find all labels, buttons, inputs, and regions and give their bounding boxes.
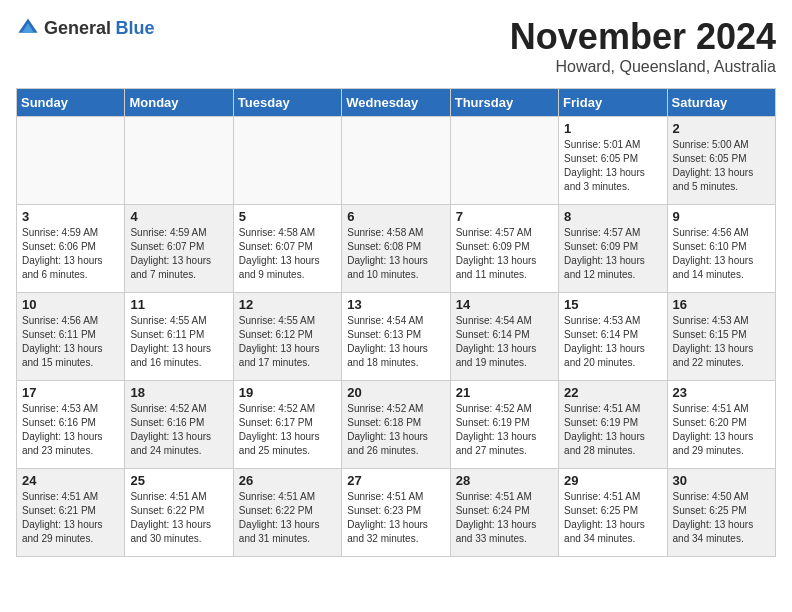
day-number: 6 — [347, 209, 444, 224]
calendar-week-row: 17Sunrise: 4:53 AM Sunset: 6:16 PM Dayli… — [17, 381, 776, 469]
month-title: November 2024 — [510, 16, 776, 58]
calendar-cell: 18Sunrise: 4:52 AM Sunset: 6:16 PM Dayli… — [125, 381, 233, 469]
calendar-cell: 1Sunrise: 5:01 AM Sunset: 6:05 PM Daylig… — [559, 117, 667, 205]
calendar-cell: 21Sunrise: 4:52 AM Sunset: 6:19 PM Dayli… — [450, 381, 558, 469]
calendar-cell — [233, 117, 341, 205]
day-info: Sunrise: 5:00 AM Sunset: 6:05 PM Dayligh… — [673, 138, 770, 194]
day-info: Sunrise: 4:53 AM Sunset: 6:14 PM Dayligh… — [564, 314, 661, 370]
calendar-cell: 28Sunrise: 4:51 AM Sunset: 6:24 PM Dayli… — [450, 469, 558, 557]
logo: General Blue — [16, 16, 155, 40]
calendar-cell: 16Sunrise: 4:53 AM Sunset: 6:15 PM Dayli… — [667, 293, 775, 381]
calendar-cell: 30Sunrise: 4:50 AM Sunset: 6:25 PM Dayli… — [667, 469, 775, 557]
day-info: Sunrise: 4:54 AM Sunset: 6:13 PM Dayligh… — [347, 314, 444, 370]
calendar-cell: 27Sunrise: 4:51 AM Sunset: 6:23 PM Dayli… — [342, 469, 450, 557]
calendar-cell: 22Sunrise: 4:51 AM Sunset: 6:19 PM Dayli… — [559, 381, 667, 469]
day-info: Sunrise: 4:59 AM Sunset: 6:07 PM Dayligh… — [130, 226, 227, 282]
calendar-cell: 24Sunrise: 4:51 AM Sunset: 6:21 PM Dayli… — [17, 469, 125, 557]
logo-general: General — [44, 18, 111, 38]
day-info: Sunrise: 5:01 AM Sunset: 6:05 PM Dayligh… — [564, 138, 661, 194]
day-info: Sunrise: 4:52 AM Sunset: 6:16 PM Dayligh… — [130, 402, 227, 458]
calendar-header-friday: Friday — [559, 89, 667, 117]
day-number: 17 — [22, 385, 119, 400]
day-info: Sunrise: 4:50 AM Sunset: 6:25 PM Dayligh… — [673, 490, 770, 546]
day-number: 5 — [239, 209, 336, 224]
day-number: 8 — [564, 209, 661, 224]
calendar-week-row: 24Sunrise: 4:51 AM Sunset: 6:21 PM Dayli… — [17, 469, 776, 557]
day-info: Sunrise: 4:53 AM Sunset: 6:15 PM Dayligh… — [673, 314, 770, 370]
logo-text: General Blue — [44, 18, 155, 39]
day-info: Sunrise: 4:56 AM Sunset: 6:11 PM Dayligh… — [22, 314, 119, 370]
day-info: Sunrise: 4:54 AM Sunset: 6:14 PM Dayligh… — [456, 314, 553, 370]
calendar-header-monday: Monday — [125, 89, 233, 117]
day-number: 29 — [564, 473, 661, 488]
calendar-week-row: 1Sunrise: 5:01 AM Sunset: 6:05 PM Daylig… — [17, 117, 776, 205]
calendar-week-row: 3Sunrise: 4:59 AM Sunset: 6:06 PM Daylig… — [17, 205, 776, 293]
day-number: 3 — [22, 209, 119, 224]
calendar-cell: 2Sunrise: 5:00 AM Sunset: 6:05 PM Daylig… — [667, 117, 775, 205]
calendar-cell — [17, 117, 125, 205]
title-block: November 2024 Howard, Queensland, Austra… — [510, 16, 776, 76]
calendar-cell: 20Sunrise: 4:52 AM Sunset: 6:18 PM Dayli… — [342, 381, 450, 469]
day-number: 10 — [22, 297, 119, 312]
day-info: Sunrise: 4:51 AM Sunset: 6:22 PM Dayligh… — [130, 490, 227, 546]
calendar-cell: 29Sunrise: 4:51 AM Sunset: 6:25 PM Dayli… — [559, 469, 667, 557]
day-number: 9 — [673, 209, 770, 224]
calendar-week-row: 10Sunrise: 4:56 AM Sunset: 6:11 PM Dayli… — [17, 293, 776, 381]
day-number: 20 — [347, 385, 444, 400]
day-number: 7 — [456, 209, 553, 224]
day-info: Sunrise: 4:51 AM Sunset: 6:23 PM Dayligh… — [347, 490, 444, 546]
day-info: Sunrise: 4:52 AM Sunset: 6:17 PM Dayligh… — [239, 402, 336, 458]
day-number: 11 — [130, 297, 227, 312]
day-info: Sunrise: 4:56 AM Sunset: 6:10 PM Dayligh… — [673, 226, 770, 282]
calendar-cell: 19Sunrise: 4:52 AM Sunset: 6:17 PM Dayli… — [233, 381, 341, 469]
calendar-cell: 17Sunrise: 4:53 AM Sunset: 6:16 PM Dayli… — [17, 381, 125, 469]
day-number: 13 — [347, 297, 444, 312]
day-info: Sunrise: 4:51 AM Sunset: 6:24 PM Dayligh… — [456, 490, 553, 546]
calendar-cell: 10Sunrise: 4:56 AM Sunset: 6:11 PM Dayli… — [17, 293, 125, 381]
logo-blue: Blue — [116, 18, 155, 38]
day-info: Sunrise: 4:51 AM Sunset: 6:21 PM Dayligh… — [22, 490, 119, 546]
calendar-cell — [450, 117, 558, 205]
day-info: Sunrise: 4:52 AM Sunset: 6:19 PM Dayligh… — [456, 402, 553, 458]
calendar-header-row: SundayMondayTuesdayWednesdayThursdayFrid… — [17, 89, 776, 117]
day-number: 14 — [456, 297, 553, 312]
day-info: Sunrise: 4:58 AM Sunset: 6:07 PM Dayligh… — [239, 226, 336, 282]
day-info: Sunrise: 4:52 AM Sunset: 6:18 PM Dayligh… — [347, 402, 444, 458]
day-number: 24 — [22, 473, 119, 488]
day-number: 21 — [456, 385, 553, 400]
calendar-cell: 9Sunrise: 4:56 AM Sunset: 6:10 PM Daylig… — [667, 205, 775, 293]
calendar-header-wednesday: Wednesday — [342, 89, 450, 117]
calendar-cell: 8Sunrise: 4:57 AM Sunset: 6:09 PM Daylig… — [559, 205, 667, 293]
day-info: Sunrise: 4:51 AM Sunset: 6:25 PM Dayligh… — [564, 490, 661, 546]
calendar-cell: 13Sunrise: 4:54 AM Sunset: 6:13 PM Dayli… — [342, 293, 450, 381]
calendar-cell: 12Sunrise: 4:55 AM Sunset: 6:12 PM Dayli… — [233, 293, 341, 381]
day-number: 25 — [130, 473, 227, 488]
calendar-header-sunday: Sunday — [17, 89, 125, 117]
day-number: 19 — [239, 385, 336, 400]
day-number: 12 — [239, 297, 336, 312]
calendar-table: SundayMondayTuesdayWednesdayThursdayFrid… — [16, 88, 776, 557]
day-number: 1 — [564, 121, 661, 136]
day-number: 4 — [130, 209, 227, 224]
header: General Blue November 2024 Howard, Queen… — [16, 16, 776, 76]
calendar-header-thursday: Thursday — [450, 89, 558, 117]
day-info: Sunrise: 4:51 AM Sunset: 6:20 PM Dayligh… — [673, 402, 770, 458]
calendar-cell: 15Sunrise: 4:53 AM Sunset: 6:14 PM Dayli… — [559, 293, 667, 381]
day-number: 23 — [673, 385, 770, 400]
calendar-cell: 26Sunrise: 4:51 AM Sunset: 6:22 PM Dayli… — [233, 469, 341, 557]
calendar-cell: 25Sunrise: 4:51 AM Sunset: 6:22 PM Dayli… — [125, 469, 233, 557]
calendar-cell: 5Sunrise: 4:58 AM Sunset: 6:07 PM Daylig… — [233, 205, 341, 293]
calendar-cell: 6Sunrise: 4:58 AM Sunset: 6:08 PM Daylig… — [342, 205, 450, 293]
day-info: Sunrise: 4:53 AM Sunset: 6:16 PM Dayligh… — [22, 402, 119, 458]
calendar-cell — [125, 117, 233, 205]
day-number: 18 — [130, 385, 227, 400]
calendar-cell: 14Sunrise: 4:54 AM Sunset: 6:14 PM Dayli… — [450, 293, 558, 381]
calendar-cell: 11Sunrise: 4:55 AM Sunset: 6:11 PM Dayli… — [125, 293, 233, 381]
day-number: 26 — [239, 473, 336, 488]
day-number: 15 — [564, 297, 661, 312]
day-info: Sunrise: 4:58 AM Sunset: 6:08 PM Dayligh… — [347, 226, 444, 282]
day-info: Sunrise: 4:57 AM Sunset: 6:09 PM Dayligh… — [456, 226, 553, 282]
day-info: Sunrise: 4:55 AM Sunset: 6:11 PM Dayligh… — [130, 314, 227, 370]
day-number: 2 — [673, 121, 770, 136]
day-info: Sunrise: 4:57 AM Sunset: 6:09 PM Dayligh… — [564, 226, 661, 282]
